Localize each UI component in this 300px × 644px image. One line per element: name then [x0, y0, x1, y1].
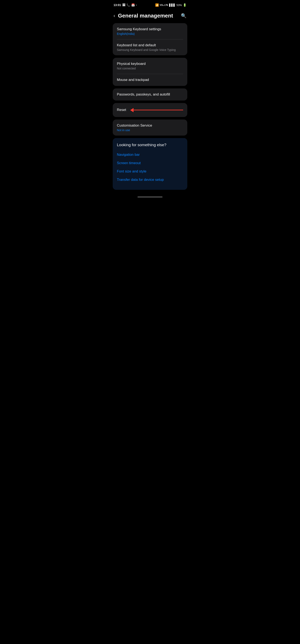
physical-keyboard-subtitle: Not connected: [117, 67, 183, 70]
font-size-link[interactable]: Font size and style: [117, 167, 183, 176]
home-indicator: [109, 194, 191, 199]
home-bar: [137, 196, 163, 198]
reset-title: Reset: [117, 108, 126, 112]
call-icon: 📞: [126, 3, 130, 7]
header-left: ‹ General management: [114, 12, 173, 19]
looking-section: Looking for something else? Navigation b…: [113, 138, 187, 190]
keyboard-list-title: Keyboard list and default: [117, 43, 183, 48]
dot-indicator: •: [136, 4, 137, 6]
status-bar: 13:01 🖼 📞 📅 • 📶 VOʟ LTE ▋▋▋ 53% 🔋: [109, 0, 191, 9]
customisation-card: Customisation Service Not in use: [113, 120, 187, 136]
arrow-head: [130, 108, 134, 112]
back-button[interactable]: ‹: [114, 14, 115, 18]
passwords-item[interactable]: Passwords, passkeys, and autofill: [113, 88, 187, 100]
status-left: 13:01 🖼 📞 📅 •: [114, 3, 137, 7]
physical-keyboard-title: Physical keyboard: [117, 62, 183, 66]
samsung-keyboard-title: Samsung Keyboard settings: [117, 27, 183, 32]
physical-keyboard-item[interactable]: Physical keyboard Not connected: [113, 58, 187, 74]
search-button[interactable]: 🔍: [181, 13, 186, 18]
signal-icon: ▋▋▋: [169, 4, 175, 7]
wifi-icon: 📶: [155, 3, 159, 7]
reset-arrow-container: [130, 108, 183, 112]
red-arrow: [130, 108, 183, 112]
physical-input-card: Physical keyboard Not connected Mouse an…: [113, 58, 187, 86]
page-header: ‹ General management 🔍: [109, 9, 191, 23]
lte-icon: VOʟ LTE: [160, 4, 168, 6]
reset-card: Reset: [113, 103, 187, 117]
reset-item[interactable]: Reset: [113, 103, 187, 117]
keyboard-list-subtitle: Samsung Keyboard and Google Voice Typing: [117, 48, 183, 52]
keyboard-settings-card: Samsung Keyboard settings English(India)…: [113, 23, 187, 55]
time-display: 13:01: [114, 3, 121, 7]
battery-percentage: 53%: [176, 4, 182, 7]
samsung-keyboard-subtitle: English(India): [117, 32, 183, 36]
nav-bar-link[interactable]: Navigation bar: [117, 150, 183, 159]
samsung-keyboard-item[interactable]: Samsung Keyboard settings English(India): [113, 23, 187, 39]
keyboard-list-item[interactable]: Keyboard list and default Samsung Keyboa…: [113, 39, 187, 55]
arrow-line: [134, 110, 183, 110]
looking-title: Looking for something else?: [117, 143, 183, 147]
mouse-trackpad-title: Mouse and trackpad: [117, 78, 183, 82]
customisation-subtitle: Not in use: [117, 128, 183, 132]
battery-icon: 🔋: [183, 3, 186, 7]
customisation-title: Customisation Service: [117, 123, 183, 128]
screen-timeout-link[interactable]: Screen timeout: [117, 159, 183, 167]
transfer-data-link[interactable]: Transfer data for device setup: [117, 176, 183, 184]
passwords-card: Passwords, passkeys, and autofill: [113, 88, 187, 100]
status-right: 📶 VOʟ LTE ▋▋▋ 53% 🔋: [155, 3, 186, 7]
passwords-title: Passwords, passkeys, and autofill: [117, 92, 183, 97]
gallery-icon: 🖼: [122, 3, 125, 7]
content-area: Samsung Keyboard settings English(India)…: [109, 23, 191, 194]
customisation-item[interactable]: Customisation Service Not in use: [113, 120, 187, 136]
page-title: General management: [118, 12, 173, 19]
mouse-trackpad-item[interactable]: Mouse and trackpad: [113, 74, 187, 86]
calendar-icon: 📅: [131, 3, 135, 7]
